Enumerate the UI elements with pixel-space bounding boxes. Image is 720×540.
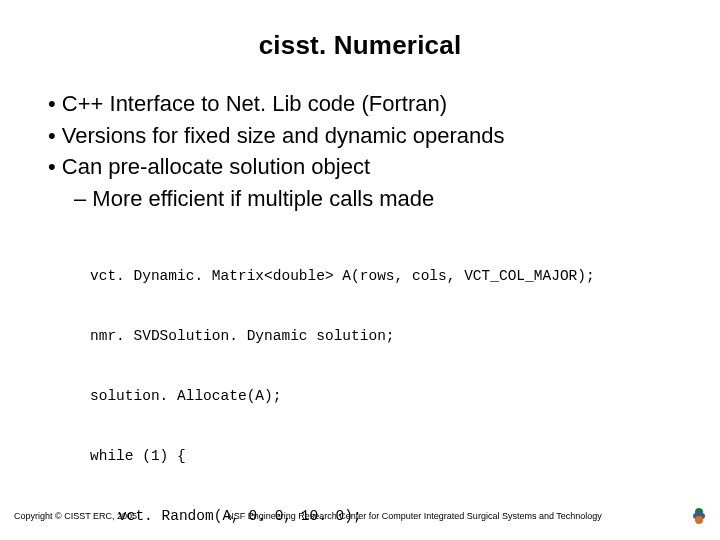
code-line: solution. Allocate(A); [90, 386, 672, 406]
bullet-list: C++ Interface to Net. Lib code (Fortran)… [48, 89, 672, 214]
slide-title: cisst. Numerical [48, 30, 672, 61]
copyright-text: Copyright © CISST ERC, 2005 [14, 511, 137, 521]
logo-icon [692, 508, 706, 524]
slide: cisst. Numerical C++ Interface to Net. L… [0, 0, 720, 540]
code-block: vct. Dynamic. Matrix<double> A(rows, col… [90, 226, 672, 540]
footer-center-text: NSF Engineering Research Center for Comp… [137, 511, 692, 521]
bullet-subitem: More efficient if multiple calls made [74, 184, 672, 214]
bullet-item: Can pre-allocate solution object [48, 152, 672, 182]
bullet-item: C++ Interface to Net. Lib code (Fortran) [48, 89, 672, 119]
code-line: while (1) { [90, 446, 672, 466]
bullet-item: Versions for fixed size and dynamic oper… [48, 121, 672, 151]
footer: Copyright © CISST ERC, 2005 NSF Engineer… [0, 508, 720, 524]
code-line: vct. Dynamic. Matrix<double> A(rows, col… [90, 266, 672, 286]
code-line: nmr. SVDSolution. Dynamic solution; [90, 326, 672, 346]
